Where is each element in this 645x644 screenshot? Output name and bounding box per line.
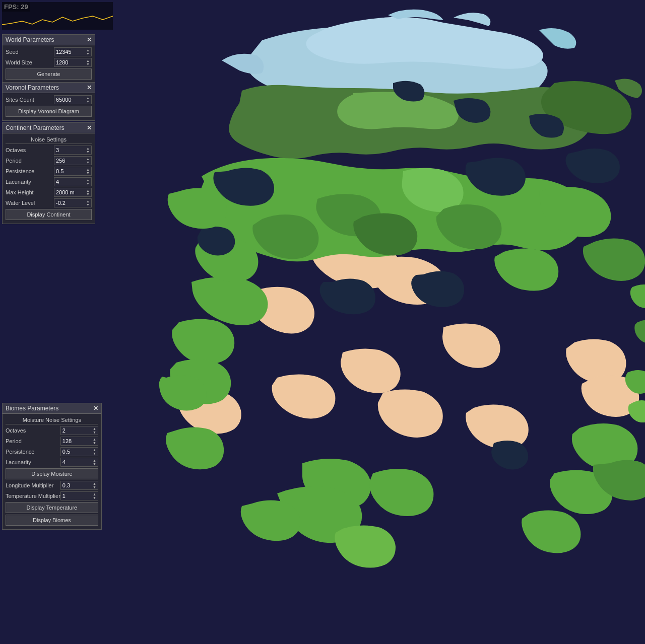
world-params-title: World Parameters	[6, 36, 54, 43]
continent-parameters-panel: Continent Parameters ✕ Noise Settings Oc…	[2, 122, 95, 224]
period-input[interactable]: 256 ▲ ▼	[54, 156, 92, 165]
octaves-down[interactable]: ▼	[86, 150, 90, 154]
continent-params-close[interactable]: ✕	[87, 125, 92, 131]
bio-period-input[interactable]: 128 ▲ ▼	[60, 437, 98, 446]
generate-button[interactable]: Generate	[6, 68, 92, 80]
sites-count-row: Sites Count 65000 ▲ ▼	[6, 95, 92, 104]
display-moisture-button[interactable]: Display Moisture	[6, 468, 98, 479]
voronoi-params-title: Voronoi Parameters	[6, 84, 59, 91]
temp-mult-spinners: ▲ ▼	[93, 492, 96, 499]
world-size-up[interactable]: ▲	[86, 59, 90, 62]
period-up[interactable]: ▲	[86, 157, 90, 161]
voronoi-params-header: Voronoi Parameters ✕	[3, 83, 95, 93]
max-height-up[interactable]: ▲	[86, 189, 90, 192]
continent-params-title: Continent Parameters	[6, 124, 64, 131]
voronoi-params-close[interactable]: ✕	[87, 85, 92, 91]
water-level-value: -0.2	[56, 200, 66, 206]
display-biomes-button[interactable]: Display Biomes	[6, 515, 98, 526]
svg-rect-0	[2, 2, 113, 30]
max-height-row: Max Height 2000 m ▲ ▼	[6, 188, 92, 197]
temp-mult-up[interactable]: ▲	[93, 492, 96, 496]
bio-octaves-down[interactable]: ▼	[93, 431, 96, 434]
bio-lacunarity-up[interactable]: ▲	[93, 459, 96, 462]
seed-input[interactable]: 12345 ▲ ▼	[54, 47, 92, 56]
persistence-value: 0.5	[56, 168, 63, 174]
lacunarity-down[interactable]: ▼	[86, 182, 90, 185]
world-size-input[interactable]: 1280 ▲ ▼	[54, 58, 92, 67]
bio-period-up[interactable]: ▲	[93, 438, 96, 441]
seed-row: Seed 12345 ▲ ▼	[6, 47, 92, 56]
bio-persistence-spinners: ▲ ▼	[93, 448, 96, 455]
lacunarity-row: Lacunarity 4 ▲ ▼	[6, 177, 92, 186]
period-down[interactable]: ▼	[86, 161, 90, 164]
water-level-down[interactable]: ▼	[86, 203, 90, 206]
noise-settings-title: Noise Settings	[6, 135, 92, 144]
water-level-input[interactable]: -0.2 ▲ ▼	[54, 198, 92, 207]
biomes-params-header: Biomes Parameters ✕	[3, 403, 101, 414]
seed-spinners: ▲ ▼	[86, 48, 90, 55]
max-height-value: 2000 m	[56, 189, 75, 195]
octaves-spinners: ▲ ▼	[86, 147, 90, 154]
world-size-label: World Size	[6, 59, 54, 65]
world-params-close[interactable]: ✕	[87, 37, 92, 43]
bio-persistence-up[interactable]: ▲	[93, 448, 96, 452]
water-level-up[interactable]: ▲	[86, 199, 90, 203]
bio-persistence-input[interactable]: 0.5 ▲ ▼	[60, 447, 98, 456]
sites-count-value: 65000	[56, 97, 72, 103]
persistence-label: Persistence	[6, 168, 54, 174]
lacunarity-input[interactable]: 4 ▲ ▼	[54, 177, 92, 186]
fps-counter: FPS: 29	[2, 2, 30, 12]
temp-mult-down[interactable]: ▼	[93, 496, 96, 499]
period-spinners: ▲ ▼	[86, 157, 90, 164]
display-continent-button[interactable]: Display Continent	[6, 209, 92, 220]
period-value: 256	[56, 158, 65, 164]
continent-params-header: Continent Parameters ✕	[3, 123, 95, 133]
sites-down[interactable]: ▼	[86, 100, 90, 103]
bio-period-down[interactable]: ▼	[93, 441, 96, 445]
sites-up[interactable]: ▲	[86, 96, 90, 100]
biomes-params-close[interactable]: ✕	[93, 405, 98, 411]
octaves-input[interactable]: 3 ▲ ▼	[54, 146, 92, 155]
sites-count-spinners: ▲ ▼	[86, 96, 90, 103]
max-height-down[interactable]: ▼	[86, 192, 90, 196]
display-voronoi-button[interactable]: Display Voronoi Diagram	[6, 106, 92, 117]
bio-octaves-row: Octaves 2 ▲ ▼	[6, 426, 98, 435]
bio-period-label: Period	[6, 438, 60, 444]
max-height-spinners: ▲ ▼	[86, 189, 90, 196]
bio-octaves-label: Octaves	[6, 427, 60, 434]
sites-count-input[interactable]: 65000 ▲ ▼	[54, 95, 92, 104]
bio-octaves-input[interactable]: 2 ▲ ▼	[60, 426, 98, 435]
octaves-value: 3	[56, 147, 59, 153]
world-size-down[interactable]: ▼	[86, 62, 90, 66]
bio-lacunarity-down[interactable]: ▼	[93, 462, 96, 466]
octaves-up[interactable]: ▲	[86, 147, 90, 150]
bio-lacunarity-input[interactable]: 4 ▲ ▼	[60, 458, 98, 467]
longitude-mult-up[interactable]: ▲	[93, 482, 96, 485]
map-svg	[101, 0, 645, 644]
bio-lacunarity-spinners: ▲ ▼	[93, 459, 96, 466]
longitude-mult-input[interactable]: 0.3 ▲ ▼	[60, 481, 98, 490]
longitude-mult-down[interactable]: ▼	[93, 485, 96, 489]
octaves-row: Octaves 3 ▲ ▼	[6, 146, 92, 155]
period-label: Period	[6, 158, 54, 164]
lacunarity-label: Lacunarity	[6, 179, 54, 185]
bio-period-spinners: ▲ ▼	[93, 438, 96, 445]
bio-octaves-up[interactable]: ▲	[93, 427, 96, 431]
lacunarity-up[interactable]: ▲	[86, 178, 90, 182]
bio-persistence-down[interactable]: ▼	[93, 452, 96, 455]
temp-mult-label: Temperature Multiplier	[6, 493, 60, 499]
persistence-up[interactable]: ▲	[86, 168, 90, 171]
seed-down[interactable]: ▼	[86, 52, 90, 55]
persistence-row: Persistence 0.5 ▲ ▼	[6, 167, 92, 176]
temp-mult-input[interactable]: 1 ▲ ▼	[60, 491, 98, 500]
bio-period-row: Period 128 ▲ ▼	[6, 437, 98, 446]
max-height-input[interactable]: 2000 m ▲ ▼	[54, 188, 92, 197]
world-size-row: World Size 1280 ▲ ▼	[6, 58, 92, 67]
display-temperature-button[interactable]: Display Temperature	[6, 502, 98, 513]
persistence-down[interactable]: ▼	[86, 171, 90, 175]
bio-octaves-value: 2	[62, 427, 66, 434]
lacunarity-value: 4	[56, 179, 59, 185]
persistence-input[interactable]: 0.5 ▲ ▼	[54, 167, 92, 176]
temp-mult-value: 1	[62, 493, 66, 499]
seed-up[interactable]: ▲	[86, 48, 90, 52]
